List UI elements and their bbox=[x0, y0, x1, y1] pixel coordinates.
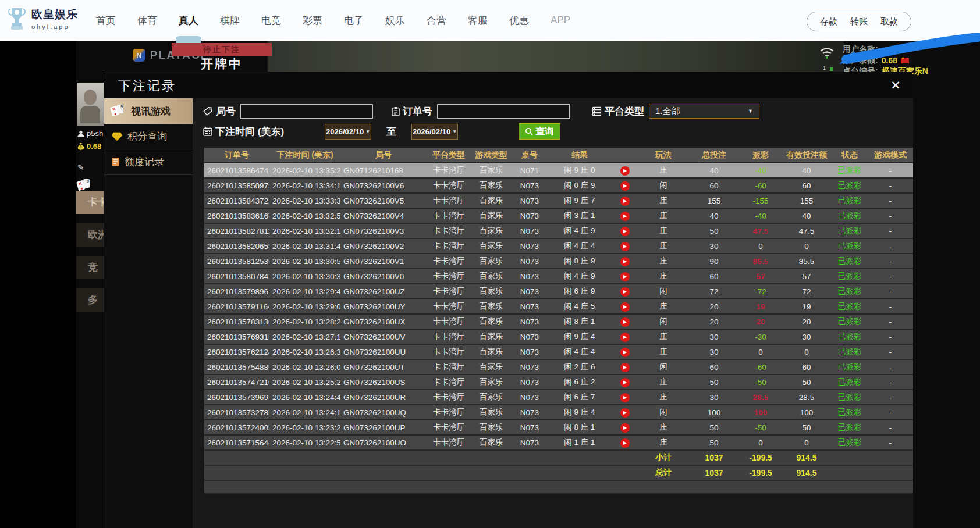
cell-valid-bet: 0 bbox=[782, 242, 832, 251]
chevron-down-icon: ▼ bbox=[365, 129, 370, 134]
date-from-select[interactable]: 2026/02/10 ▼ bbox=[325, 124, 371, 140]
play-icon[interactable]: ▶ bbox=[620, 197, 630, 206]
table-row[interactable]: 2602101357240052026-02-10 13:23:29GN0732… bbox=[204, 420, 913, 436]
platform-type-select[interactable]: 1.全部 ▼ bbox=[649, 104, 759, 119]
cell-payout: 0 bbox=[740, 348, 782, 356]
table-row[interactable]: 2602101357156442026-02-10 13:22:50GN0732… bbox=[204, 436, 913, 451]
nav-item-真人[interactable]: 真人 bbox=[177, 10, 200, 31]
table-row[interactable]: 2602101358437232026-02-10 13:33:37GN0732… bbox=[204, 194, 913, 209]
nav-item-电子[interactable]: 电子 bbox=[343, 10, 365, 31]
cell-total-bet: 100 bbox=[688, 408, 740, 417]
player-balance-row: $ 0.68 bbox=[77, 142, 101, 151]
cell-game-type: 百家乐 bbox=[471, 316, 512, 327]
edit-icon[interactable]: ✎ bbox=[77, 163, 84, 172]
play-icon[interactable]: ▶ bbox=[620, 227, 630, 236]
nav-item-体育[interactable]: 体育 bbox=[136, 10, 158, 31]
play-icon[interactable]: ▶ bbox=[620, 166, 630, 176]
table-row[interactable]: 2602101357396932026-02-10 13:24:47GN0732… bbox=[204, 390, 913, 405]
table-row[interactable]: 2602101358206582026-02-10 13:31:42GN0732… bbox=[204, 239, 913, 254]
hall-item[interactable]: 欧洲 bbox=[76, 223, 104, 247]
hall-item[interactable]: 竞 bbox=[76, 256, 104, 279]
play-icon[interactable]: ▶ bbox=[620, 408, 630, 418]
column-header: 下注时间 (美东) bbox=[269, 150, 340, 160]
hall-item[interactable]: 卡卡 bbox=[76, 191, 104, 214]
cell-platform: 卡卡湾厅 bbox=[427, 301, 471, 312]
cell-game-mode: - bbox=[868, 272, 913, 281]
table-row[interactable]: 2602101357327852026-02-10 13:24:13GN0732… bbox=[204, 405, 913, 420]
play-icon[interactable]: ▶ bbox=[620, 333, 630, 342]
cell-bet-time: 2026-02-10 13:22:50 bbox=[269, 438, 340, 447]
cell-result: 闲 6 庄 9 bbox=[548, 286, 612, 297]
cell-result: 闲 4 庄 5 bbox=[548, 301, 612, 312]
cell-order-id: 260210135798961 bbox=[204, 287, 269, 296]
cell-payout: 100 bbox=[740, 408, 782, 417]
tab-quota-records[interactable]: 额度记录 bbox=[104, 149, 193, 175]
table-row[interactable]: 2602101357693182026-02-10 13:27:17GN0732… bbox=[204, 330, 913, 345]
play-icon[interactable]: ▶ bbox=[620, 378, 630, 387]
cell-result: 闲 4 庄 4 bbox=[548, 241, 612, 251]
play-icon[interactable]: ▶ bbox=[620, 287, 630, 297]
nav-item-APP[interactable]: APP bbox=[549, 11, 571, 30]
table-row[interactable]: 2602101358361672026-02-10 13:32:58GN0732… bbox=[204, 209, 913, 224]
cell-payout: -40 bbox=[740, 212, 782, 220]
nav-item-棋牌[interactable]: 棋牌 bbox=[219, 10, 241, 31]
cell-order-id: 260210135769318 bbox=[204, 333, 269, 341]
cell-game-type: 百家乐 bbox=[471, 362, 512, 372]
play-icon[interactable]: ▶ bbox=[620, 257, 630, 266]
nav-item-客服[interactable]: 客服 bbox=[467, 10, 489, 31]
tag-icon bbox=[203, 106, 213, 116]
wallet-button-存款[interactable]: 存款 bbox=[820, 16, 837, 27]
cell-round-no: GN073262100UY bbox=[340, 302, 427, 311]
wallet-button-取款[interactable]: 取款 bbox=[880, 16, 898, 27]
table-row[interactable]: 2602101357472102026-02-10 13:25:26GN0732… bbox=[204, 375, 913, 390]
cell-game-mode: - bbox=[868, 378, 913, 387]
close-icon[interactable]: ✕ bbox=[888, 78, 903, 93]
cell-bet-time: 2026-02-10 13:27:17 bbox=[269, 333, 340, 341]
nav-item-优惠[interactable]: 优惠 bbox=[508, 10, 530, 31]
tab-points-query[interactable]: 积分查询 bbox=[104, 124, 193, 149]
play-icon[interactable]: ▶ bbox=[620, 212, 630, 221]
play-icon[interactable]: ▶ bbox=[620, 393, 630, 402]
play-icon[interactable]: ▶ bbox=[620, 423, 630, 433]
calendar-icon bbox=[203, 127, 212, 136]
cell-play: 庄 bbox=[638, 437, 688, 448]
table-row[interactable]: 2602101357831302026-02-10 13:28:26GN0732… bbox=[204, 315, 913, 330]
play-icon[interactable]: ▶ bbox=[620, 317, 630, 327]
play-icon[interactable]: ▶ bbox=[620, 181, 630, 191]
nav-item-电竞[interactable]: 电竞 bbox=[260, 10, 282, 31]
table-row[interactable]: 2602101358509722026-02-10 13:34:13GN0732… bbox=[204, 179, 913, 194]
table-row[interactable]: 2602101358278112026-02-10 13:32:17GN0732… bbox=[204, 224, 913, 239]
play-icon[interactable]: ▶ bbox=[620, 302, 630, 312]
table-row[interactable]: 2602101357989612026-02-10 13:29:47GN0732… bbox=[204, 284, 913, 299]
play-icon[interactable]: ▶ bbox=[620, 363, 630, 372]
search-button[interactable]: 查询 bbox=[519, 123, 560, 140]
cell-valid-bet: 40 bbox=[782, 212, 832, 220]
cell-valid-bet: 40 bbox=[782, 166, 832, 175]
play-icon[interactable]: ▶ bbox=[620, 272, 630, 281]
tab-video-games[interactable]: K♥9 视讯游戏 bbox=[104, 98, 200, 124]
wallet-button-转账[interactable]: 转账 bbox=[850, 16, 868, 27]
table-row[interactable]: 2602101358647412026-02-10 13:35:23GN0712… bbox=[204, 163, 913, 179]
brand-logo[interactable]: 欧皇娱乐 ohyl.app bbox=[7, 6, 78, 31]
table-row[interactable]: 2602101357621242026-02-10 13:26:38GN0732… bbox=[204, 345, 913, 360]
table-row[interactable]: 2602101358125392026-02-10 13:30:59GN0732… bbox=[204, 254, 913, 269]
nav-item-彩票[interactable]: 彩票 bbox=[301, 10, 324, 31]
date-to-select[interactable]: 2026/02/10 ▼ bbox=[411, 124, 458, 140]
date-to-value: 2026/02/10 bbox=[413, 127, 450, 136]
nav-item-首页[interactable]: 首页 bbox=[95, 10, 117, 31]
play-icon[interactable]: ▶ bbox=[620, 242, 630, 251]
table-row[interactable]: 2602101357911642026-02-10 13:29:06GN0732… bbox=[204, 299, 913, 315]
order-no-input[interactable] bbox=[437, 104, 570, 119]
play-icon[interactable]: ▶ bbox=[620, 438, 630, 448]
modal-title: 下注记录 bbox=[118, 77, 176, 95]
cell-bet-time: 2026-02-10 13:26:38 bbox=[269, 348, 340, 356]
hall-item[interactable]: 多 bbox=[76, 288, 104, 312]
nav-item-娱乐[interactable]: 娱乐 bbox=[384, 10, 406, 31]
table-row[interactable]: 2602101357548892026-02-10 13:26:01GN0732… bbox=[204, 360, 913, 375]
table-row[interactable]: 2602101358078422026-02-10 13:30:33GN0732… bbox=[204, 269, 913, 284]
cell-table-no: N073 bbox=[512, 378, 548, 387]
play-icon[interactable]: ▶ bbox=[620, 348, 630, 357]
nav-item-合营[interactable]: 合营 bbox=[425, 10, 448, 31]
round-no-input[interactable] bbox=[240, 104, 373, 119]
cell-bet-time: 2026-02-10 13:24:13 bbox=[269, 408, 340, 417]
